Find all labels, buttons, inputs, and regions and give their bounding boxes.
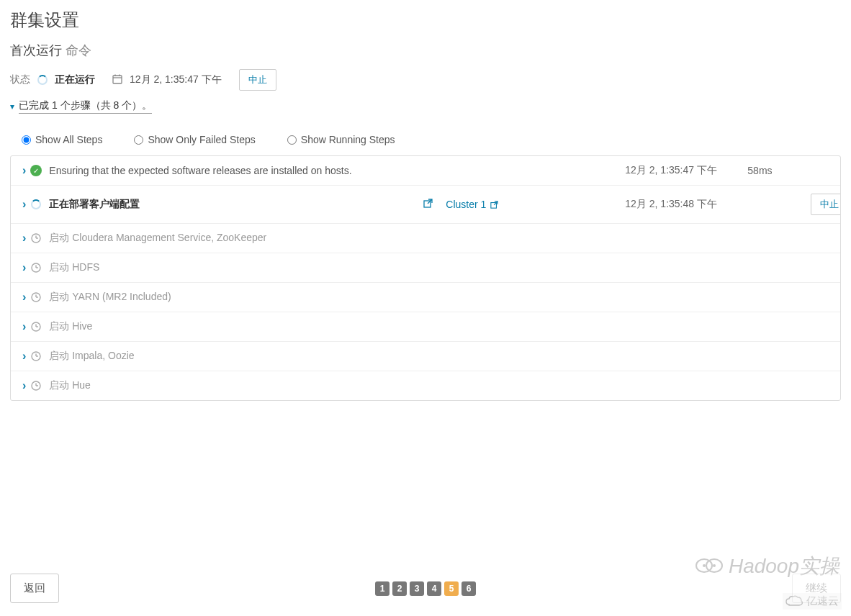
step-description: 启动 HDFS — [49, 261, 423, 274]
step-row: ›✓Ensuring that the expected software re… — [11, 156, 840, 185]
status-row: 状态 正在运行 12月 2, 1:35:47 下午 中止 — [0, 69, 851, 99]
step-row: ›启动 Hue — [11, 371, 840, 400]
step-timestamp: 12月 2, 1:35:48 下午 — [625, 198, 747, 211]
subtitle-main: 首次运行 — [10, 43, 62, 58]
chevron-right-icon[interactable]: › — [22, 261, 26, 274]
pager-step-5[interactable]: 5 — [444, 581, 459, 596]
subtitle-light: 命令 — [66, 43, 91, 58]
filter-failed-label: Show Only Failed Steps — [148, 134, 255, 145]
step-action: 中止 — [805, 194, 841, 215]
step-row: ›启动 YARN (MR2 Included) — [11, 282, 840, 312]
clock-icon — [30, 321, 42, 332]
filter-all[interactable]: Show All Steps — [22, 134, 102, 145]
filter-running[interactable]: Show Running Steps — [287, 134, 395, 145]
chevron-down-icon: ▾ — [10, 101, 14, 112]
back-button[interactable]: 返回 — [10, 574, 59, 603]
check-circle-icon: ✓ — [30, 165, 42, 176]
filter-running-label: Show Running Steps — [301, 134, 395, 145]
chevron-right-icon[interactable]: › — [22, 232, 26, 245]
step-description: 启动 Hive — [49, 320, 423, 333]
step-row: ›启动 Impala, Oozie — [11, 341, 840, 371]
chevron-right-icon[interactable]: › — [22, 164, 26, 177]
pager-step-3[interactable]: 3 — [410, 581, 424, 596]
pager-step-4[interactable]: 4 — [427, 581, 441, 596]
step-timestamp: 12月 2, 1:35:47 下午 — [625, 164, 747, 177]
status-text: 正在运行 — [55, 73, 95, 86]
step-row: ›正在部署客户端配置Cluster 1 12月 2, 1:35:48 下午中止 — [11, 185, 840, 223]
pager-step-6[interactable]: 6 — [461, 581, 476, 596]
filter-all-radio[interactable] — [22, 135, 31, 145]
chevron-right-icon[interactable]: › — [22, 291, 26, 304]
step-duration: 58ms — [747, 165, 805, 176]
filter-row: Show All Steps Show Only Failed Steps Sh… — [0, 121, 851, 155]
status-label: 状态 — [10, 73, 30, 86]
step-row: ›启动 HDFS — [11, 253, 840, 282]
step-row: ›启动 Cloudera Management Service, ZooKeep… — [11, 223, 840, 253]
clock-icon — [30, 350, 42, 362]
chevron-right-icon[interactable]: › — [22, 379, 26, 392]
progress-text: 已完成 1 个步骤（共 8 个）。 — [19, 99, 152, 114]
step-description: Ensuring that the expected software rele… — [49, 165, 423, 176]
page-title: 群集设置 — [0, 0, 851, 37]
progress-toggle[interactable]: ▾ 已完成 1 个步骤（共 8 个）。 — [0, 99, 851, 121]
cluster-link[interactable]: Cluster 1 — [446, 199, 498, 210]
external-link-icon[interactable] — [423, 199, 433, 210]
pager: 123456 — [375, 581, 476, 596]
continue-button[interactable]: 继续 — [792, 574, 841, 603]
step-description: 正在部署客户端配置 — [49, 198, 423, 211]
step-abort-button[interactable]: 中止 — [811, 194, 841, 215]
calendar-icon — [112, 74, 122, 86]
steps-table: ›✓Ensuring that the expected software re… — [10, 155, 841, 401]
spinner-icon — [30, 199, 42, 210]
spinner-icon — [37, 75, 48, 85]
filter-running-radio[interactable] — [287, 135, 297, 145]
step-description: 启动 YARN (MR2 Included) — [49, 291, 423, 304]
chevron-right-icon[interactable]: › — [22, 198, 26, 211]
step-row: ›启动 Hive — [11, 312, 840, 341]
svg-rect-0 — [113, 76, 122, 83]
status-timestamp: 12月 2, 1:35:47 下午 — [130, 73, 222, 86]
pager-step-1[interactable]: 1 — [375, 581, 390, 596]
clock-icon — [30, 232, 42, 244]
clock-icon — [30, 262, 42, 273]
step-description: 启动 Cloudera Management Service, ZooKeepe… — [49, 232, 423, 245]
chevron-right-icon[interactable]: › — [22, 350, 26, 363]
footer: 返回 123456 继续 — [0, 565, 851, 616]
clock-icon — [30, 380, 42, 391]
abort-button[interactable]: 中止 — [239, 69, 276, 91]
step-description: 启动 Hue — [49, 379, 423, 392]
filter-failed-radio[interactable] — [134, 135, 143, 145]
pager-step-2[interactable]: 2 — [392, 581, 407, 596]
step-link-col: Cluster 1 — [423, 199, 625, 210]
filter-failed[interactable]: Show Only Failed Steps — [134, 134, 255, 145]
chevron-right-icon[interactable]: › — [22, 320, 26, 333]
subtitle: 首次运行 命令 — [0, 37, 851, 69]
clock-icon — [30, 291, 42, 303]
filter-all-label: Show All Steps — [35, 134, 102, 145]
step-description: 启动 Impala, Oozie — [49, 350, 423, 363]
